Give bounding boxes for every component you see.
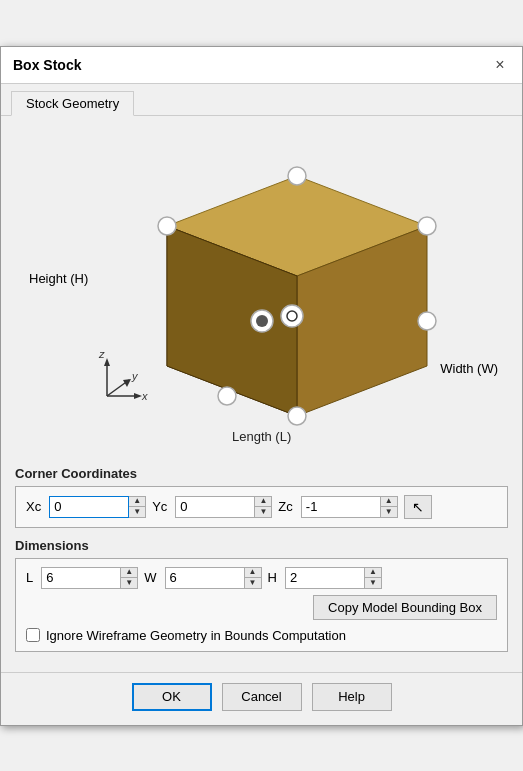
box-svg: z y x Length (L) (47, 136, 477, 456)
axis-group: z y x (98, 348, 148, 402)
svg-point-21 (288, 407, 306, 425)
xc-spinner: ▲ ▼ (129, 496, 146, 518)
svg-point-18 (256, 315, 268, 327)
ignore-wireframe-checkbox[interactable] (26, 628, 40, 642)
cancel-button[interactable]: Cancel (222, 683, 302, 711)
xc-up-btn[interactable]: ▲ (129, 497, 145, 507)
width-label: Width (W) (440, 361, 498, 376)
l-down-btn[interactable]: ▼ (121, 578, 137, 588)
help-button[interactable]: Help (312, 683, 392, 711)
l-spinner: ▲ ▼ (121, 567, 138, 589)
dimensions-row: L ▲ ▼ W ▲ ▼ H (26, 567, 497, 589)
zc-input[interactable] (301, 496, 381, 518)
w-label: W (144, 570, 156, 585)
w-input[interactable] (165, 567, 245, 589)
w-group: ▲ ▼ (165, 567, 262, 589)
zc-spinner: ▲ ▼ (381, 496, 398, 518)
dialog-title: Box Stock (13, 57, 81, 73)
dialog-content: Height (H) Width (W) z (1, 116, 522, 672)
corner-fields-row: Xc ▲ ▼ Yc ▲ ▼ Zc (26, 495, 497, 519)
yc-label: Yc (152, 499, 167, 514)
title-bar: Box Stock × (1, 47, 522, 84)
length-text: Length (L) (232, 429, 291, 444)
svg-text:z: z (98, 348, 105, 360)
h-down-btn[interactable]: ▼ (365, 578, 381, 588)
svg-point-14 (418, 217, 436, 235)
l-label: L (26, 570, 33, 585)
l-input[interactable] (41, 567, 121, 589)
ok-button[interactable]: OK (132, 683, 212, 711)
svg-point-15 (158, 217, 176, 235)
yc-spinner: ▲ ▼ (255, 496, 272, 518)
zc-up-btn[interactable]: ▲ (381, 497, 397, 507)
xc-group: ▲ ▼ (49, 496, 146, 518)
svg-point-13 (288, 167, 306, 185)
cursor-button[interactable]: ↖ (404, 495, 432, 519)
tab-row: Stock Geometry (1, 84, 522, 116)
xc-down-btn[interactable]: ▼ (129, 507, 145, 517)
svg-marker-11 (134, 393, 142, 399)
h-label: H (268, 570, 277, 585)
svg-text:x: x (141, 390, 148, 402)
w-up-btn[interactable]: ▲ (245, 568, 261, 578)
zc-down-btn[interactable]: ▼ (381, 507, 397, 517)
l-group: ▲ ▼ (41, 567, 138, 589)
w-spinner: ▲ ▼ (245, 567, 262, 589)
l-up-btn[interactable]: ▲ (121, 568, 137, 578)
corner-coords-section: Xc ▲ ▼ Yc ▲ ▼ Zc (15, 486, 508, 528)
ignore-wireframe-label: Ignore Wireframe Geometry in Bounds Comp… (46, 628, 346, 643)
svg-point-20 (287, 311, 297, 321)
svg-marker-5 (104, 358, 110, 366)
h-input[interactable] (285, 567, 365, 589)
tab-stock-geometry[interactable]: Stock Geometry (11, 91, 134, 116)
box-stock-dialog: Box Stock × Stock Geometry Height (H) Wi… (0, 46, 523, 726)
h-up-btn[interactable]: ▲ (365, 568, 381, 578)
close-button[interactable]: × (490, 55, 510, 75)
yc-input[interactable] (175, 496, 255, 518)
yc-group: ▲ ▼ (175, 496, 272, 518)
svg-point-22 (218, 387, 236, 405)
dimensions-section: L ▲ ▼ W ▲ ▼ H (15, 558, 508, 652)
h-group: ▲ ▼ (285, 567, 382, 589)
svg-point-16 (418, 312, 436, 330)
corner-coords-label: Corner Coordinates (15, 466, 508, 481)
yc-up-btn[interactable]: ▲ (255, 497, 271, 507)
height-label: Height (H) (29, 271, 88, 286)
xc-input[interactable] (49, 496, 129, 518)
zc-label: Zc (278, 499, 292, 514)
svg-text:y: y (131, 370, 139, 382)
dimensions-label: Dimensions (15, 538, 508, 553)
h-spinner: ▲ ▼ (365, 567, 382, 589)
yc-down-btn[interactable]: ▼ (255, 507, 271, 517)
dialog-footer: OK Cancel Help (1, 672, 522, 725)
xc-label: Xc (26, 499, 41, 514)
w-down-btn[interactable]: ▼ (245, 578, 261, 588)
copy-model-bounding-box-button[interactable]: Copy Model Bounding Box (313, 595, 497, 620)
3d-visualization: Height (H) Width (W) z (15, 126, 508, 466)
zc-group: ▲ ▼ (301, 496, 398, 518)
ignore-wireframe-row: Ignore Wireframe Geometry in Bounds Comp… (26, 628, 497, 643)
